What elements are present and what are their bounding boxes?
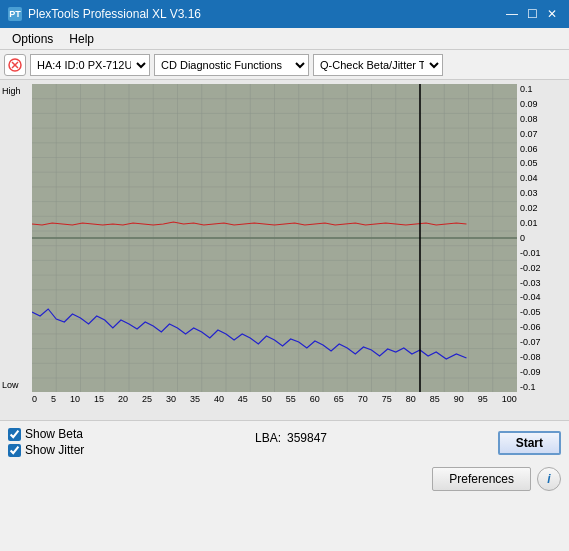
toolbar: HA:4 ID:0 PX-712UF CD Diagnostic Functio… [0,50,569,80]
function-select[interactable]: CD Diagnostic Functions [154,54,309,76]
chart-label-low: Low [2,380,19,390]
minimize-button[interactable]: — [503,5,521,23]
show-jitter-checkbox[interactable] [8,444,21,457]
checkbox-area: Show Beta Show Jitter [8,427,84,457]
lba-label: LBA: [255,431,281,445]
y-axis-right: 0.1 0.09 0.08 0.07 0.06 0.05 0.04 0.03 0… [517,84,569,392]
chart-area: High Low 0.1 0.09 0.08 0.07 0.06 0.05 0.… [0,80,569,420]
show-jitter-row: Show Jitter [8,443,84,457]
title-text: PlexTools Professional XL V3.16 [28,7,201,21]
title-bar-left: PT PlexTools Professional XL V3.16 [8,7,201,21]
chart-canvas [32,84,517,392]
menu-help[interactable]: Help [61,30,102,48]
title-bar: PT PlexTools Professional XL V3.16 — ☐ ✕ [0,0,569,28]
menu-bar: Options Help [0,28,569,50]
start-button[interactable]: Start [498,431,561,455]
preferences-button[interactable]: Preferences [432,467,531,491]
show-beta-checkbox[interactable] [8,428,21,441]
app-icon: PT [8,7,22,21]
menu-options[interactable]: Options [4,30,61,48]
title-controls: — ☐ ✕ [503,5,561,23]
close-button[interactable]: ✕ [543,5,561,23]
show-beta-row: Show Beta [8,427,84,441]
app-icon-text: PT [9,9,21,19]
drive-icon[interactable] [4,54,26,76]
maximize-button[interactable]: ☐ [523,5,541,23]
chart-svg [32,84,517,392]
show-jitter-label: Show Jitter [25,443,84,457]
info-button[interactable]: i [537,467,561,491]
lba-value: 359847 [287,431,327,445]
chart-label-high: High [2,86,21,96]
drive-select[interactable]: HA:4 ID:0 PX-712UF [30,54,150,76]
test-select[interactable]: Q-Check Beta/Jitter Test [313,54,443,76]
show-beta-label: Show Beta [25,427,83,441]
bottom-panel: Show Beta Show Jitter LBA: 359847 Start … [0,420,569,551]
x-axis: 0 5 10 15 20 25 30 35 40 45 50 55 60 65 … [32,392,517,416]
